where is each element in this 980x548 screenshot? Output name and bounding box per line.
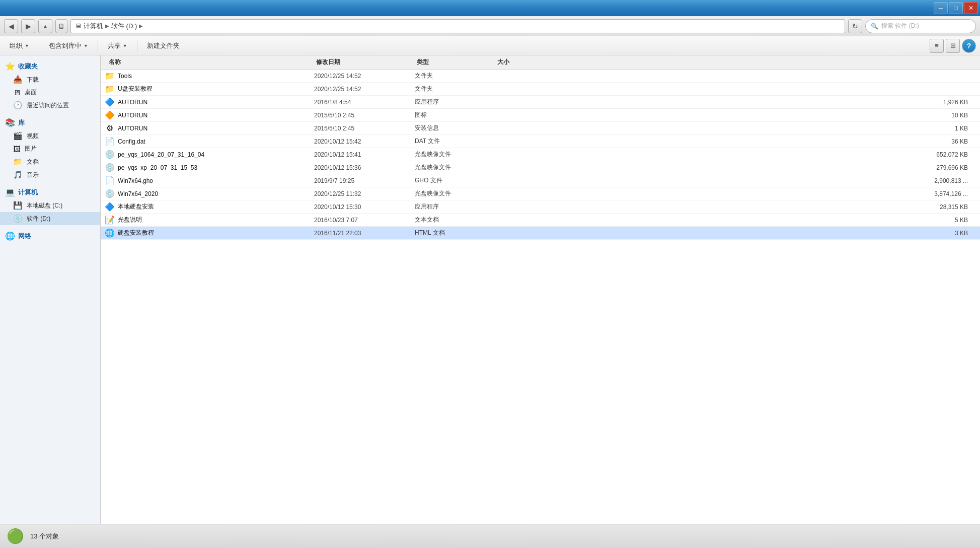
column-name[interactable]: 名称 — [105, 58, 316, 66]
file-date: 2020/10/12 15:36 — [314, 164, 415, 171]
drive-d-icon: 💿 — [13, 214, 23, 223]
toolbar: 组织 ▼ 包含到库中 ▼ 共享 ▼ 新建文件夹 ≡ ⊞ ? — [0, 36, 980, 55]
column-size[interactable]: 大小 — [497, 58, 976, 66]
file-size: 3,874,126 ... — [495, 190, 976, 197]
organize-button[interactable]: 组织 ▼ — [4, 39, 35, 53]
search-bar[interactable]: 🔍 搜索 软件 (D:) — [865, 19, 976, 33]
file-date: 2015/5/10 2:45 — [314, 112, 415, 119]
drive-c-label: 本地磁盘 (C:) — [27, 201, 62, 210]
file-type: DAT 文件 — [415, 137, 495, 146]
refresh-button[interactable]: ↻ — [848, 19, 862, 33]
file-date: 2020/10/12 15:42 — [314, 138, 415, 145]
sidebar-item-video[interactable]: 🎬 视频 — [0, 129, 100, 143]
share-label: 共享 — [108, 41, 121, 50]
status-count: 13 个对象 — [30, 532, 59, 541]
file-date: 2020/12/25 14:52 — [314, 86, 415, 93]
file-date: 2020/10/12 15:30 — [314, 203, 415, 211]
organize-arrow: ▼ — [25, 43, 29, 48]
file-type: 文本文档 — [415, 216, 495, 224]
library-icon: 📚 — [5, 118, 15, 127]
sidebar-item-desktop[interactable]: 🖥 桌面 — [0, 86, 100, 99]
sidebar-header-computer[interactable]: 💻 计算机 — [0, 185, 100, 199]
favorites-label: 收藏夹 — [18, 62, 38, 71]
music-icon: 🎵 — [13, 170, 23, 179]
computer-icon: 🖥 — [75, 22, 82, 30]
table-row[interactable]: 📄 Win7x64.gho 2019/9/7 19:25 GHO 文件 2,90… — [101, 174, 980, 187]
music-label: 音乐 — [27, 171, 39, 179]
breadcrumb-computer[interactable]: 🖥 计算机 — [75, 22, 103, 31]
table-row[interactable]: 🔷 本地硬盘安装 2020/10/12 15:30 应用程序 28,315 KB — [101, 200, 980, 214]
sidebar-item-documents[interactable]: 📁 文档 — [0, 155, 100, 168]
file-type: 安装信息 — [415, 124, 495, 132]
table-row[interactable]: 📁 Tools 2020/12/25 14:52 文件夹 — [101, 70, 980, 83]
main-layout: ⭐ 收藏夹 📥 下载 🖥 桌面 🕐 最近访问的位置 📚 库 — [0, 55, 980, 524]
location-icon: 🖥 — [55, 19, 67, 33]
table-row[interactable]: 🌐 硬盘安装教程 2016/11/21 22:03 HTML 文档 3 KB — [101, 227, 980, 240]
table-row[interactable]: 💿 pe_yqs_xp_20_07_31_15_53 2020/10/12 15… — [101, 161, 980, 174]
back-button[interactable]: ◀ — [4, 19, 18, 33]
file-date: 2020/12/25 11:32 — [314, 190, 415, 197]
sidebar-item-drive-c[interactable]: 💾 本地磁盘 (C:) — [0, 199, 100, 212]
maximize-button[interactable]: □ — [949, 2, 963, 14]
breadcrumb[interactable]: 🖥 计算机 ▶ 软件 (D:) ▶ — [70, 19, 845, 33]
sidebar-item-pictures[interactable]: 🖼 图片 — [0, 143, 100, 155]
table-row[interactable]: 💿 Win7x64_2020 2020/12/25 11:32 光盘映像文件 3… — [101, 187, 980, 200]
statusbar: 🟢 13 个对象 — [0, 524, 980, 548]
file-list: 📁 Tools 2020/12/25 14:52 文件夹 📁 U盘安装教程 20… — [101, 70, 980, 524]
file-date: 2020/10/12 15:41 — [314, 151, 415, 158]
sidebar-header-favorites[interactable]: ⭐ 收藏夹 — [0, 59, 100, 73]
new-folder-button[interactable]: 新建文件夹 — [141, 39, 185, 53]
sidebar-item-drive-d[interactable]: 💿 软件 (D:) — [0, 212, 100, 225]
table-row[interactable]: 📄 Config.dat 2020/10/12 15:42 DAT 文件 36 … — [101, 135, 980, 148]
table-row[interactable]: 📁 U盘安装教程 2020/12/25 14:52 文件夹 — [101, 83, 980, 96]
include-library-button[interactable]: 包含到库中 ▼ — [43, 39, 94, 53]
sidebar-section-computer: 💻 计算机 💾 本地磁盘 (C:) 💿 软件 (D:) — [0, 185, 100, 225]
help-button[interactable]: ? — [962, 39, 976, 53]
table-row[interactable]: 💿 pe_yqs_1064_20_07_31_16_04 2020/10/12 … — [101, 148, 980, 161]
table-row[interactable]: ⚙ AUTORUN 2015/5/10 2:45 安装信息 1 KB — [101, 122, 980, 135]
recent-label: 最近访问的位置 — [27, 101, 69, 110]
file-type: 光盘映像文件 — [415, 163, 495, 172]
table-row[interactable]: 🔶 AUTORUN 2015/5/10 2:45 图标 10 KB — [101, 109, 980, 122]
file-icon: 🌐 — [105, 228, 115, 238]
up-button[interactable]: ▲ — [38, 19, 52, 33]
documents-icon: 📁 — [13, 157, 23, 166]
recent-icon: 🕐 — [13, 101, 23, 110]
toolbar-separator-3 — [137, 40, 137, 52]
documents-label: 文档 — [27, 158, 39, 166]
view-button[interactable]: ≡ — [930, 39, 944, 53]
desktop-label: 桌面 — [25, 88, 37, 97]
minimize-button[interactable]: ─ — [934, 2, 948, 14]
sidebar-item-download[interactable]: 📥 下载 — [0, 73, 100, 86]
sidebar-item-recent[interactable]: 🕐 最近访问的位置 — [0, 99, 100, 112]
file-name: AUTORUN — [118, 125, 314, 132]
file-icon: 📁 — [105, 84, 115, 94]
close-button[interactable]: ✕ — [964, 2, 978, 14]
file-icon: 💿 — [105, 189, 115, 199]
file-name: Win7x64_2020 — [118, 190, 314, 197]
forward-button[interactable]: ▶ — [21, 19, 35, 33]
column-type[interactable]: 类型 — [417, 58, 497, 66]
sidebar-header-network[interactable]: 🌐 网络 — [0, 229, 100, 243]
file-size: 5 KB — [495, 217, 976, 224]
table-row[interactable]: 📝 光盘说明 2016/10/23 7:07 文本文档 5 KB — [101, 214, 980, 227]
computer-icon-sidebar: 💻 — [5, 187, 15, 197]
table-row[interactable]: 🔷 AUTORUN 2016/1/8 4:54 应用程序 1,926 KB — [101, 96, 980, 109]
file-name: pe_yqs_1064_20_07_31_16_04 — [118, 151, 314, 158]
file-type: 图标 — [415, 111, 495, 119]
sidebar-header-library[interactable]: 📚 库 — [0, 116, 100, 129]
file-size: 10 KB — [495, 112, 976, 119]
titlebar: ─ □ ✕ — [0, 0, 980, 16]
sidebar: ⭐ 收藏夹 📥 下载 🖥 桌面 🕐 最近访问的位置 📚 库 — [0, 55, 101, 524]
file-type: 光盘映像文件 — [415, 150, 495, 159]
share-button[interactable]: 共享 ▼ — [102, 39, 133, 53]
toolbar-right: ≡ ⊞ ? — [930, 39, 976, 53]
view-toggle-button[interactable]: ⊞ — [946, 39, 960, 53]
drive-d-label: 软件 (D:) — [27, 215, 50, 223]
breadcrumb-drive[interactable]: 软件 (D:) — [111, 22, 137, 31]
sidebar-item-music[interactable]: 🎵 音乐 — [0, 168, 100, 181]
column-header: 名称 修改日期 类型 大小 — [101, 55, 980, 70]
column-date[interactable]: 修改日期 — [316, 58, 417, 66]
file-type: GHO 文件 — [415, 176, 495, 185]
file-icon: 💿 — [105, 163, 115, 173]
